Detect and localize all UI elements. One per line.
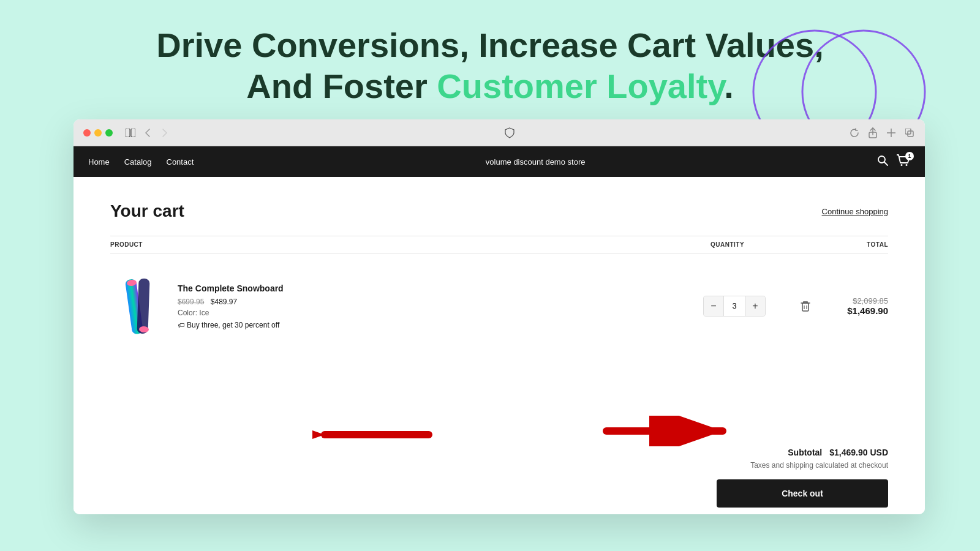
svg-rect-3: [131, 129, 135, 137]
quantity-controls: − 3 +: [703, 296, 766, 317]
quantity-increase-button[interactable]: +: [745, 296, 765, 316]
item-total-final: $1,469.90: [827, 305, 888, 316]
product-color: Color: Ice: [178, 309, 691, 317]
cart-badge: 1: [905, 152, 914, 160]
svg-rect-2: [126, 129, 130, 137]
left-arrow-annotation: [312, 419, 435, 452]
item-total-original: $2,099.85: [827, 296, 888, 305]
store-nav-icons: 1: [877, 154, 910, 170]
reload-icon[interactable]: [849, 127, 860, 138]
cart-item: The Complete Snowboard $699.95 $489.97 C…: [110, 266, 888, 347]
store-nav: Home Catalog Contact volume discount dem…: [74, 146, 925, 177]
browser-controls: [125, 127, 170, 138]
subtotal-label: Subtotal: [788, 448, 822, 457]
product-info: The Complete Snowboard $699.95 $489.97 C…: [178, 283, 691, 329]
nav-contact[interactable]: Contact: [167, 157, 194, 167]
search-icon[interactable]: [877, 155, 888, 169]
product-image: [110, 276, 165, 337]
subtotal-section: Subtotal $1,469.90 USD Taxes and shippin…: [717, 448, 888, 508]
share-icon[interactable]: [867, 127, 878, 138]
cart-icon[interactable]: 1: [897, 154, 910, 170]
headline-line1: Drive Conversions, Increase Cart Values,: [156, 26, 823, 64]
item-price-section: $2,099.85 $1,469.90: [827, 296, 888, 316]
cart-item-right: − 3 + $2,099.85 $1,469.90: [703, 296, 888, 317]
nav-catalog[interactable]: Catalog: [124, 157, 152, 167]
minimize-button-dot[interactable]: [94, 129, 102, 137]
cart-content: Your cart Continue shopping PRODUCT QUAN…: [74, 177, 925, 514]
price-original: $699.95: [178, 298, 204, 306]
windows-icon[interactable]: [904, 127, 915, 138]
close-button-dot[interactable]: [83, 129, 91, 137]
checkout-button[interactable]: Check out: [717, 479, 888, 508]
forward-icon[interactable]: [159, 127, 170, 138]
tag-icon: 🏷: [178, 321, 184, 329]
nav-links: Home Catalog Contact: [88, 157, 194, 167]
quantity-decrease-button[interactable]: −: [704, 296, 723, 316]
nav-home[interactable]: Home: [88, 157, 110, 167]
headline-line2-prefix: And Foster: [246, 67, 437, 105]
store-title: volume discount demo store: [194, 157, 877, 167]
traffic-lights: [83, 129, 113, 137]
tax-note: Taxes and shipping calculated at checkou…: [717, 461, 888, 470]
continue-shopping-link[interactable]: Continue shopping: [822, 207, 888, 216]
back-icon[interactable]: [142, 127, 153, 138]
headline-line2-suffix: .: [724, 67, 734, 105]
price-sale: $489.97: [211, 298, 237, 306]
discount-text: Buy three, get 30 percent off: [187, 321, 279, 329]
new-tab-icon[interactable]: [886, 127, 897, 138]
browser-actions-right: [849, 127, 915, 138]
svg-rect-17: [802, 303, 809, 311]
cart-title: Your cart: [110, 201, 184, 221]
product-name: The Complete Snowboard: [178, 283, 691, 293]
column-quantity: QUANTITY: [710, 241, 744, 248]
subtotal-row: Subtotal $1,469.90 USD: [717, 448, 888, 457]
svg-line-10: [884, 162, 888, 165]
shield-icon: [501, 124, 518, 141]
svg-point-11: [901, 164, 903, 166]
column-product: PRODUCT: [110, 241, 143, 248]
sidebar-toggle-icon[interactable]: [125, 127, 136, 138]
column-total: TOTAL: [867, 241, 888, 248]
subtotal-value: $1,469.90 USD: [829, 448, 888, 457]
svg-rect-14: [137, 279, 149, 334]
cart-table-header: PRODUCT QUANTITY TOTAL: [110, 236, 888, 253]
delete-item-button[interactable]: [796, 297, 815, 315]
browser-window: Home Catalog Contact volume discount dem…: [74, 119, 925, 514]
address-bar: [178, 124, 842, 141]
maximize-button-dot[interactable]: [105, 129, 113, 137]
svg-point-12: [906, 164, 908, 166]
quantity-value: 3: [723, 296, 745, 316]
cart-header: Your cart Continue shopping: [110, 201, 888, 221]
headline-highlight: Customer Loyalty: [437, 67, 724, 105]
discount-tag: 🏷 Buy three, get 30 percent off: [178, 321, 691, 329]
right-arrow-annotation: [600, 416, 735, 449]
browser-chrome: [74, 119, 925, 146]
